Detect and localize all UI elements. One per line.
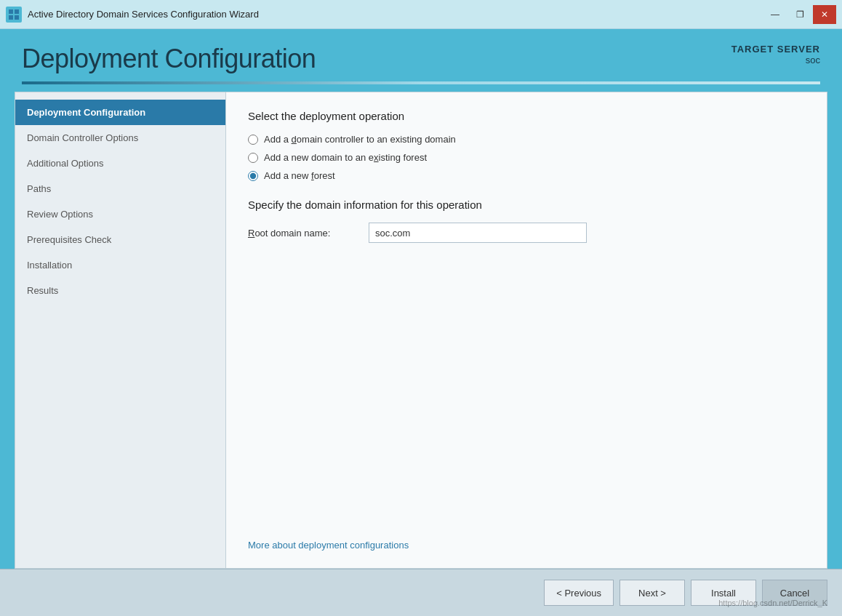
radio-item-new-forest[interactable]: Add a new forest xyxy=(248,170,805,181)
sidebar-item-results[interactable]: Results xyxy=(15,278,225,303)
radio-group-deployment: Add a domain controller to an existing d… xyxy=(248,134,805,181)
underline-r: R xyxy=(248,228,254,239)
target-server-info: TARGET SERVER soc xyxy=(731,44,820,65)
radio-label-existing-domain: Add a domain controller to an existing d… xyxy=(264,134,456,145)
svg-rect-2 xyxy=(9,15,13,20)
header: Deployment Configuration TARGET SERVER s… xyxy=(15,29,827,81)
form-row-root-domain: Root domain name: xyxy=(248,223,805,243)
page-title: Deployment Configuration xyxy=(22,44,316,74)
title-bar: Active Directory Domain Services Configu… xyxy=(0,0,842,29)
content-panel: Deployment Configuration Domain Controll… xyxy=(15,92,827,569)
svg-rect-1 xyxy=(15,9,19,14)
sidebar-item-additional-options[interactable]: Additional Options xyxy=(15,151,225,176)
radio-label-existing-forest: Add a new domain to an existing forest xyxy=(264,152,427,163)
more-about-link[interactable]: More about deployment configurations xyxy=(248,540,805,551)
minimize-button[interactable]: — xyxy=(763,5,787,24)
bottom-bar: < Previous Next > Install Cancel xyxy=(0,569,842,616)
section1-title: Select the deployment operation xyxy=(248,110,805,122)
radio-existing-forest[interactable] xyxy=(248,153,258,163)
sidebar-item-paths[interactable]: Paths xyxy=(15,176,225,201)
main-content: Select the deployment operation Add a do… xyxy=(226,92,827,568)
root-domain-input[interactable] xyxy=(369,223,587,243)
watermark: https://blog.csdn.net/Derrick_K xyxy=(718,599,827,607)
app-icon xyxy=(6,7,22,23)
radio-item-existing-forest[interactable]: Add a new domain to an existing forest xyxy=(248,152,805,163)
main-area: Deployment Configuration TARGET SERVER s… xyxy=(0,29,842,569)
underline-f: f xyxy=(311,170,314,181)
sidebar-item-review-options[interactable]: Review Options xyxy=(15,201,225,227)
title-bar-left: Active Directory Domain Services Configu… xyxy=(6,7,259,23)
sidebar: Deployment Configuration Domain Controll… xyxy=(15,92,226,568)
close-button[interactable]: ✕ xyxy=(813,5,836,24)
target-server-label: TARGET SERVER xyxy=(731,44,820,55)
maximize-button[interactable]: ❐ xyxy=(788,5,811,24)
gradient-divider xyxy=(22,81,820,84)
svg-rect-3 xyxy=(15,15,19,20)
underline-d: d xyxy=(292,134,297,145)
sidebar-item-deployment-configuration[interactable]: Deployment Configuration xyxy=(15,100,225,125)
window-title: Active Directory Domain Services Configu… xyxy=(28,9,259,20)
sidebar-item-installation[interactable]: Installation xyxy=(15,252,225,278)
next-button[interactable]: Next > xyxy=(620,580,685,606)
form-label-root-domain: Root domain name: xyxy=(248,228,357,239)
previous-button[interactable]: < Previous xyxy=(544,580,614,606)
underline-x: x xyxy=(374,152,379,163)
svg-rect-0 xyxy=(9,9,13,14)
target-server-name: soc xyxy=(731,55,820,65)
window-controls: — ❐ ✕ xyxy=(763,5,836,24)
sidebar-item-prerequisites-check[interactable]: Prerequisites Check xyxy=(15,227,225,252)
radio-label-new-forest: Add a new forest xyxy=(264,170,335,181)
radio-item-existing-domain[interactable]: Add a domain controller to an existing d… xyxy=(248,134,805,145)
section2-title: Specify the domain information for this … xyxy=(248,199,805,211)
radio-existing-domain[interactable] xyxy=(248,135,258,145)
radio-new-forest[interactable] xyxy=(248,171,258,181)
sidebar-item-domain-controller-options[interactable]: Domain Controller Options xyxy=(15,125,225,151)
